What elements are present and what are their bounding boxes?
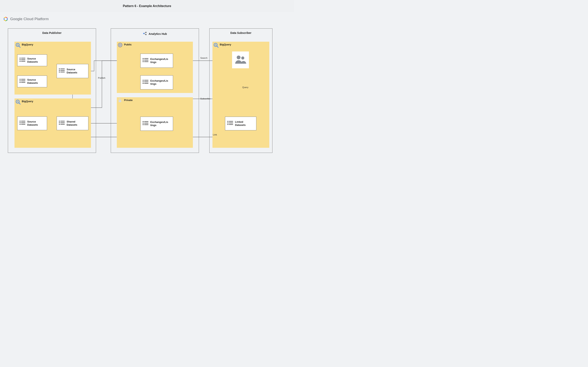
svg-rect-8	[18, 44, 18, 45]
svg-rect-74	[227, 121, 229, 122]
dataset-icon	[19, 57, 25, 63]
node-label: LinkedDatasets	[235, 120, 246, 126]
svg-rect-69	[144, 123, 148, 124]
group-title-publisher: Data Publisher	[8, 31, 96, 34]
bigquery-icon	[213, 42, 219, 48]
svg-rect-60	[142, 80, 144, 81]
svg-rect-25	[21, 58, 25, 58]
svg-rect-55	[144, 58, 148, 59]
panel-label-bigquery-sub: BigQuery	[220, 43, 231, 46]
svg-rect-63	[144, 81, 148, 82]
svg-rect-76	[227, 123, 229, 123]
svg-rect-52	[59, 124, 60, 125]
svg-line-11	[19, 103, 20, 104]
edge-label-link: Link	[213, 133, 217, 136]
node-source-datasets-4: SourceDatasets	[17, 117, 47, 130]
edge-label-subscribe: Subscribe	[200, 98, 210, 100]
svg-point-1	[146, 32, 147, 33]
svg-rect-23	[216, 45, 216, 46]
node-exchanges-1: Exchanges/Listings	[140, 54, 173, 68]
svg-rect-67	[144, 121, 148, 122]
svg-rect-45	[21, 122, 25, 123]
bigquery-icon	[15, 42, 21, 48]
users-icon	[234, 54, 247, 65]
svg-rect-33	[21, 80, 25, 81]
svg-rect-44	[19, 122, 21, 123]
svg-rect-28	[19, 61, 21, 62]
svg-rect-34	[19, 82, 21, 83]
svg-rect-57	[144, 60, 148, 60]
svg-rect-31	[21, 79, 25, 80]
svg-line-20	[217, 46, 218, 48]
panel-label-private: Private	[124, 99, 132, 102]
svg-rect-37	[61, 68, 65, 69]
panel-label-bigquery-1: BigQuery	[22, 43, 33, 46]
svg-rect-7	[17, 44, 17, 46]
node-label: SourceDatasets	[27, 120, 38, 126]
svg-rect-36	[59, 68, 60, 69]
node-exchanges-3: Exchanges/Listings	[140, 117, 173, 131]
svg-rect-41	[61, 72, 65, 72]
globe-icon	[117, 42, 123, 48]
svg-rect-43	[21, 121, 25, 122]
svg-rect-49	[61, 121, 65, 122]
svg-rect-66	[142, 121, 144, 122]
dataset-icon	[59, 68, 65, 74]
node-shared-datasets: SharedDatasets	[57, 117, 88, 130]
svg-rect-75	[229, 121, 233, 122]
svg-rect-12	[17, 101, 17, 102]
svg-rect-13	[18, 100, 18, 102]
group-title-subscriber: Data Subscriber	[209, 31, 272, 34]
svg-rect-50	[59, 122, 60, 123]
node-label: Exchanges/Listings	[150, 58, 168, 64]
edge-label-query: Query	[242, 86, 248, 88]
svg-rect-24	[19, 58, 21, 58]
svg-rect-51	[61, 122, 65, 123]
svg-rect-39	[61, 70, 65, 71]
svg-line-4	[144, 34, 146, 34]
dataset-icon	[227, 121, 233, 126]
svg-point-0	[143, 33, 145, 34]
svg-rect-35	[21, 82, 25, 83]
node-source-datasets-1: SourceDatasets	[17, 54, 47, 66]
svg-rect-71	[144, 124, 148, 125]
svg-rect-47	[21, 124, 25, 125]
svg-rect-79	[229, 124, 233, 125]
svg-rect-29	[21, 61, 25, 62]
svg-point-2	[146, 34, 147, 35]
svg-line-6	[19, 46, 20, 48]
svg-rect-77	[229, 123, 233, 123]
svg-rect-62	[142, 81, 144, 82]
dataset-icon	[142, 79, 148, 85]
svg-rect-42	[19, 121, 21, 122]
node-exchanges-2: Exchanges/Listings	[140, 75, 173, 90]
svg-rect-54	[142, 58, 144, 59]
dataset-icon	[19, 78, 25, 84]
node-linked-datasets: LinkedDatasets	[225, 117, 256, 130]
bigquery-icon	[15, 99, 21, 105]
lock-icon	[117, 98, 123, 104]
svg-rect-40	[59, 72, 60, 72]
svg-rect-70	[142, 124, 144, 125]
svg-point-72	[237, 56, 241, 59]
share-icon	[143, 31, 147, 36]
node-source-datasets-3: SourceDatasets	[57, 64, 88, 78]
svg-rect-65	[144, 83, 148, 84]
svg-rect-59	[144, 61, 148, 62]
svg-rect-21	[215, 44, 215, 46]
svg-rect-46	[19, 124, 21, 125]
svg-rect-26	[19, 59, 21, 60]
svg-rect-64	[142, 83, 144, 84]
panel-label-bigquery-2: BigQuery	[22, 100, 33, 103]
svg-rect-14	[18, 102, 19, 102]
panel-label-public: Public	[124, 43, 132, 46]
svg-rect-27	[21, 59, 25, 60]
node-label: SourceDatasets	[27, 57, 38, 63]
node-label: SourceDatasets	[27, 78, 38, 84]
svg-rect-18	[119, 100, 121, 102]
svg-line-3	[144, 33, 146, 33]
svg-rect-32	[19, 80, 21, 81]
edge-label-publish: Publish	[98, 77, 105, 79]
node-label: Exchanges/Listings	[150, 121, 168, 127]
svg-rect-68	[142, 123, 144, 124]
